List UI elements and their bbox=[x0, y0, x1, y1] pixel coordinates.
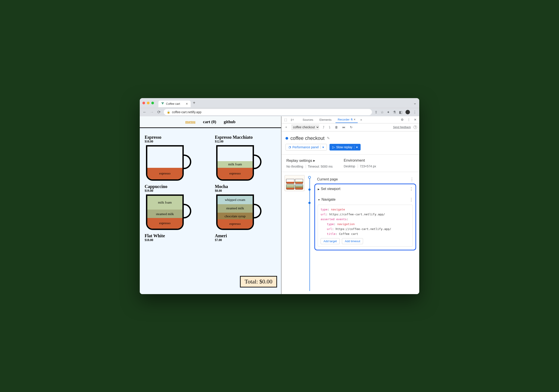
step-icon[interactable]: ↻ bbox=[349, 125, 354, 130]
slow-replay-button[interactable]: ▷ Slow replay ▾ bbox=[329, 144, 360, 151]
replay-settings[interactable]: Replay settings ▸ No throttling Timeout:… bbox=[286, 158, 333, 168]
inspect-icon[interactable]: ⬚ bbox=[283, 117, 288, 122]
cup-icon[interactable]: milk foam espresso bbox=[215, 145, 261, 182]
settings-box: Replay settings ▸ No throttling Timeout:… bbox=[281, 154, 419, 172]
tab-close-icon[interactable]: × bbox=[186, 102, 188, 106]
help-icon[interactable]: ? bbox=[413, 125, 417, 129]
browser-tab[interactable]: Coffee cart × bbox=[158, 100, 191, 107]
import-icon[interactable]: ⤵ bbox=[328, 125, 331, 130]
delete-icon[interactable]: 🗑 bbox=[334, 125, 339, 130]
device-icon[interactable]: ⫿▯ bbox=[290, 117, 295, 122]
extensions-icon[interactable]: ✦ bbox=[387, 110, 390, 114]
content-area: menu cart (0) github Espresso $10.00 esp… bbox=[140, 116, 419, 294]
forward-icon[interactable]: → bbox=[149, 110, 154, 115]
browser-menu-icon[interactable]: ⋮ bbox=[413, 110, 417, 114]
new-tab-icon[interactable]: + bbox=[193, 100, 196, 106]
step-set-viewport[interactable]: ▶Set viewport ⋮ bbox=[315, 185, 415, 193]
step-menu-icon[interactable]: ⋮ bbox=[409, 197, 413, 202]
recorder-toolbar: ＋ coffee checkout ⤴ ⤵ 🗑 ⏭ ↻ Send feedbac… bbox=[281, 124, 419, 131]
layer-milk-foam: milk foam bbox=[217, 161, 253, 168]
chevron-right-icon: ▸ bbox=[313, 159, 315, 163]
product-name: Mocha bbox=[215, 184, 276, 189]
recording-title: coffee checkout bbox=[290, 135, 325, 141]
devtools-close-icon[interactable]: ✕ bbox=[413, 117, 418, 122]
product-flat-white: Flat White $18.00 bbox=[145, 233, 206, 244]
add-timeout-button[interactable]: Add timeout bbox=[342, 238, 363, 244]
device-value: Desktop bbox=[344, 164, 355, 168]
step-menu-icon[interactable]: ⋮ bbox=[410, 177, 413, 182]
tab-close-icon[interactable]: × bbox=[354, 118, 355, 121]
step-menu-icon[interactable]: ⋮ bbox=[409, 187, 413, 191]
product-price: $19.00 bbox=[145, 189, 206, 193]
send-feedback-link[interactable]: Send feedback bbox=[393, 126, 411, 129]
performance-panel-button[interactable]: ◔ Performance panel ▾ bbox=[286, 144, 327, 151]
timeline bbox=[307, 175, 312, 291]
export-icon[interactable]: ⤴ bbox=[322, 125, 325, 130]
edit-icon[interactable]: ✎ bbox=[327, 136, 330, 140]
product-name: Espresso Macchiato bbox=[215, 135, 276, 140]
throttle-value: No throttling bbox=[286, 165, 303, 168]
tab-sources[interactable]: Sources bbox=[300, 117, 316, 123]
gauge-icon: ◔ bbox=[289, 145, 291, 149]
product-name: Flat White bbox=[145, 233, 206, 238]
step-navigate[interactable]: ▼Navigate ⋮ bbox=[315, 196, 415, 203]
traffic-lights bbox=[142, 102, 158, 104]
browser-window: Coffee cart × + ⌄ ← → ⟳ 🔒 coffee-cart.ne… bbox=[140, 98, 419, 294]
recording-header: coffee checkout ✎ bbox=[281, 131, 419, 144]
cup-icon[interactable]: espresso bbox=[145, 145, 191, 182]
maximize-window-icon[interactable] bbox=[151, 102, 154, 104]
nav-github[interactable]: github bbox=[224, 119, 235, 124]
add-target-button[interactable]: Add target bbox=[321, 238, 340, 244]
tabs-overflow-icon[interactable]: ⌄ bbox=[413, 100, 417, 106]
product-price: $8.00 bbox=[215, 189, 276, 193]
layer-whipped-cream: whipped cream bbox=[217, 196, 253, 204]
environment-settings: Environment Desktop 723×574 px bbox=[344, 158, 376, 168]
layer-espresso: espresso bbox=[217, 219, 253, 229]
new-recording-icon[interactable]: ＋ bbox=[284, 124, 289, 130]
cup-icon[interactable]: milk foam steamed milk espresso bbox=[145, 195, 191, 231]
toolbar-right: ⇪ ☆ ✦ ⚗ ◧ ⋮ bbox=[375, 110, 417, 114]
product-americano: Ameri $7.00 bbox=[215, 233, 276, 244]
product-name: Cappuccino bbox=[145, 184, 206, 189]
minimize-window-icon[interactable] bbox=[147, 102, 149, 104]
reload-icon[interactable]: ⟳ bbox=[157, 110, 161, 115]
timeout-value: Timeout: 5000 ms bbox=[308, 165, 333, 168]
layer-espresso: espresso bbox=[147, 218, 182, 229]
nav-cart[interactable]: cart (0) bbox=[203, 119, 216, 124]
tab-elements[interactable]: Elements bbox=[317, 117, 334, 123]
screenshot-thumbnail[interactable] bbox=[285, 175, 305, 191]
layer-milk-foam: milk foam bbox=[147, 196, 182, 210]
recording-select[interactable]: coffee checkout bbox=[291, 124, 319, 130]
layer-steamed-milk: steamed milk bbox=[147, 210, 182, 219]
close-window-icon[interactable] bbox=[142, 102, 145, 104]
continue-icon[interactable]: ⏭ bbox=[342, 125, 346, 130]
total-box[interactable]: Total: $0.00 bbox=[240, 276, 277, 287]
steps-list: Current page ⋮ ▶Set viewport ⋮ ▼Navigate… bbox=[314, 175, 416, 291]
back-icon[interactable]: ← bbox=[142, 110, 147, 115]
product-macchiato: Espresso Macchiato $12.00 milk foam espr… bbox=[215, 135, 276, 182]
devtools-tabs: ⬚ ⫿▯ Sources Elements Recorder ⚗ × » ⚙ ⋮… bbox=[281, 116, 419, 124]
chevron-right-icon: ▶ bbox=[318, 188, 319, 190]
nav-menu[interactable]: menu bbox=[185, 119, 195, 124]
devtools: ⬚ ⫿▯ Sources Elements Recorder ⚗ × » ⚙ ⋮… bbox=[281, 116, 419, 294]
share-icon[interactable]: ⇪ bbox=[375, 110, 377, 114]
step-current-page[interactable]: Current page ⋮ bbox=[314, 175, 416, 184]
url-input[interactable]: 🔒 coffee-cart.netlify.app bbox=[164, 109, 372, 115]
product-price: $12.00 bbox=[215, 140, 276, 143]
labs-icon[interactable]: ⚗ bbox=[393, 110, 396, 114]
sidepanel-icon[interactable]: ◧ bbox=[399, 110, 402, 114]
chevron-down-icon[interactable]: ▾ bbox=[320, 145, 324, 149]
cup-icon[interactable]: whipped cream steamed milk chocolate syr… bbox=[215, 195, 261, 231]
profile-avatar[interactable] bbox=[405, 110, 410, 114]
chevron-down-icon[interactable]: ▾ bbox=[354, 145, 358, 149]
more-tabs-icon[interactable]: » bbox=[360, 117, 363, 122]
products-grid: Espresso $10.00 espresso Espresso Macchi… bbox=[140, 128, 281, 250]
flask-icon: ⚗ bbox=[350, 118, 353, 121]
tab-recorder[interactable]: Recorder ⚗ × bbox=[335, 116, 358, 123]
bookmark-icon[interactable]: ☆ bbox=[381, 110, 384, 114]
devtools-menu-icon[interactable]: ⋮ bbox=[406, 117, 411, 122]
chevron-down-icon: ▼ bbox=[318, 198, 320, 201]
gear-icon[interactable]: ⚙ bbox=[400, 117, 405, 122]
page-nav: menu cart (0) github bbox=[140, 116, 281, 128]
product-price: $18.00 bbox=[145, 238, 206, 242]
